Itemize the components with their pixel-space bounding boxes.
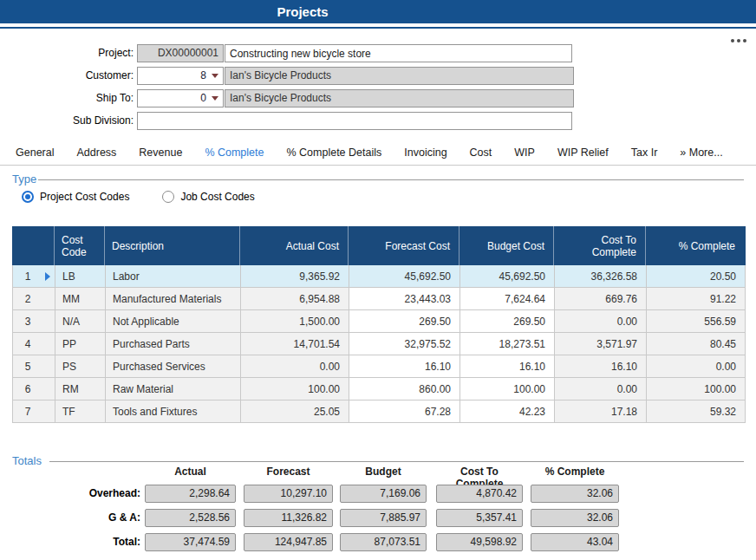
titlebar-accent-line: [0, 27, 756, 29]
forecast-cost-cell[interactable]: 23,443.03: [349, 288, 460, 309]
ship-to-number-value: 0: [200, 90, 206, 107]
cost-code-cell: PP: [55, 333, 106, 355]
description-cell: Not Applicable: [106, 310, 241, 332]
totals-row-ga: G & A: 2,528.56 11,326.82 7,885.97 5,357…: [0, 509, 756, 527]
project-label: Project:: [0, 44, 134, 62]
customer-number-select[interactable]: 8: [137, 67, 224, 85]
col-header-budget-cost: Budget Cost: [459, 226, 554, 265]
description-cell: Labor: [106, 265, 241, 287]
cost-code-cell: TF: [55, 400, 106, 422]
radio-job-cost-codes-label: Job Cost Codes: [180, 191, 254, 203]
sub-division-input[interactable]: [137, 112, 572, 130]
ga-budget-field: 7,885.97: [340, 509, 427, 527]
table-row[interactable]: 4 PP Purchased Parts 14,701.54 32,975.52…: [13, 333, 745, 355]
cost-code-cell: MM: [55, 288, 106, 309]
total-forecast-field: 124,947.85: [244, 533, 333, 551]
total-actual-field: 37,474.59: [145, 533, 236, 551]
ellipsis-icon: [743, 39, 746, 42]
type-section-line: [38, 179, 744, 180]
cost-to-complete-cell: 3,571.97: [555, 333, 647, 355]
table-row[interactable]: 1 LB Labor 9,365.92 45,692.50 45,692.50 …: [13, 265, 745, 288]
forecast-cost-cell[interactable]: 45,692.50: [349, 265, 460, 287]
table-row[interactable]: 3 N/A Not Applicable 1,500.00 269.50 269…: [13, 310, 745, 333]
description-cell: Purchased Parts: [106, 333, 241, 355]
more-options-button[interactable]: [731, 37, 746, 44]
cost-to-complete-cell: 17.18: [555, 400, 647, 422]
budget-cost-cell[interactable]: 269.50: [460, 310, 555, 332]
totals-section-title: Totals: [12, 454, 42, 467]
forecast-cost-cell[interactable]: 67.28: [349, 400, 460, 422]
budget-cost-cell[interactable]: 18,273.51: [460, 333, 555, 355]
table-row[interactable]: 5 PS Purchased Services 0.00 16.10 16.10…: [13, 355, 745, 378]
table-row[interactable]: 2 MM Manufactured Materials 6,954.88 23,…: [13, 288, 745, 310]
tab-wip[interactable]: WIP: [514, 147, 535, 159]
tab-bar: General Address Revenue % Complete % Com…: [16, 144, 746, 161]
forecast-cost-cell[interactable]: 32,975.52: [349, 333, 460, 355]
percent-complete-cell: 91.22: [647, 288, 745, 309]
percent-complete-cell: 80.45: [647, 333, 745, 355]
ga-percent-complete-field: 32.06: [531, 509, 619, 527]
cost-to-complete-cell: 36,326.58: [555, 265, 647, 287]
percent-complete-cell: 20.50: [647, 265, 745, 287]
budget-cost-cell[interactable]: 42.23: [460, 400, 555, 422]
radio-project-cost-codes[interactable]: Project Cost Codes: [22, 191, 129, 203]
project-code-field: DX00000001: [137, 44, 224, 62]
window-titlebar: Projects: [0, 0, 756, 23]
budget-cost-cell[interactable]: 45,692.50: [460, 265, 555, 287]
ellipsis-icon: [731, 39, 734, 42]
table-row[interactable]: 6 RM Raw Material 100.00 860.00 100.00 0…: [13, 378, 745, 400]
total-budget-field: 87,073.51: [340, 533, 427, 551]
forecast-cost-cell[interactable]: 269.50: [349, 310, 460, 332]
totals-col-forecast: Forecast: [244, 466, 333, 478]
col-header-row-number: [12, 226, 55, 265]
row-number-cell: 4: [13, 333, 55, 355]
totals-section-line: [49, 461, 744, 462]
percent-complete-cell: 59.32: [647, 400, 745, 422]
col-header-actual-cost: Actual Cost: [240, 226, 349, 265]
description-cell: Raw Material: [106, 378, 241, 400]
cost-to-complete-cell: 0.00: [555, 310, 647, 332]
budget-cost-cell[interactable]: 16.10: [460, 355, 555, 377]
row-number-cell: 5: [13, 355, 55, 377]
col-header-description: Description: [105, 226, 240, 265]
tab-more[interactable]: » More...: [680, 147, 722, 159]
tab-invoicing[interactable]: Invoicing: [404, 147, 446, 159]
row-number-cell: 3: [13, 310, 55, 332]
overhead-percent-complete-field: 32.06: [531, 485, 619, 503]
tab-revenue[interactable]: Revenue: [139, 147, 182, 159]
row-number-cell: 2: [13, 288, 55, 309]
forecast-cost-cell[interactable]: 16.10: [349, 355, 460, 377]
tab-percent-complete[interactable]: % Complete: [205, 147, 264, 159]
tab-divider: [0, 165, 756, 166]
chevron-down-icon: [212, 74, 218, 78]
actual-cost-cell: 14,701.54: [241, 333, 349, 355]
percent-complete-cell: 556.59: [647, 310, 745, 332]
cost-codes-table: Cost Code Description Actual Cost Foreca…: [12, 226, 746, 423]
project-name-input[interactable]: [225, 44, 572, 62]
tab-general[interactable]: General: [16, 147, 54, 159]
actual-cost-cell: 6,954.88: [241, 288, 349, 309]
budget-cost-cell[interactable]: 100.00: [460, 378, 555, 400]
col-header-cost-to-complete: Cost To Complete: [554, 226, 646, 265]
ship-to-number-select[interactable]: 0: [137, 89, 224, 107]
cost-code-cell: PS: [55, 355, 106, 377]
tab-percent-complete-details[interactable]: % Complete Details: [286, 147, 381, 159]
ga-forecast-field: 11,326.82: [244, 509, 333, 527]
tab-cost[interactable]: Cost: [470, 147, 492, 159]
overhead-forecast-field: 10,297.10: [244, 485, 333, 503]
table-row[interactable]: 7 TF Tools and Fixtures 25.05 67.28 42.2…: [13, 400, 745, 423]
overhead-budget-field: 7,169.06: [340, 485, 427, 503]
type-section-title: Type: [12, 173, 36, 186]
tab-wip-relief[interactable]: WIP Relief: [557, 147, 609, 159]
budget-cost-cell[interactable]: 7,624.64: [460, 288, 555, 309]
tab-address[interactable]: Address: [76, 147, 116, 159]
actual-cost-cell: 0.00: [241, 355, 349, 377]
forecast-cost-cell[interactable]: 860.00: [349, 378, 460, 400]
total-label: Total:: [0, 533, 140, 551]
col-header-cost-code: Cost Code: [55, 226, 105, 265]
sub-division-label: Sub Division:: [0, 112, 134, 130]
actual-cost-cell: 25.05: [241, 400, 349, 422]
description-cell: Purchased Services: [106, 355, 241, 377]
tab-tax-info[interactable]: Tax Ir: [631, 147, 658, 159]
radio-job-cost-codes[interactable]: Job Cost Codes: [162, 191, 254, 203]
